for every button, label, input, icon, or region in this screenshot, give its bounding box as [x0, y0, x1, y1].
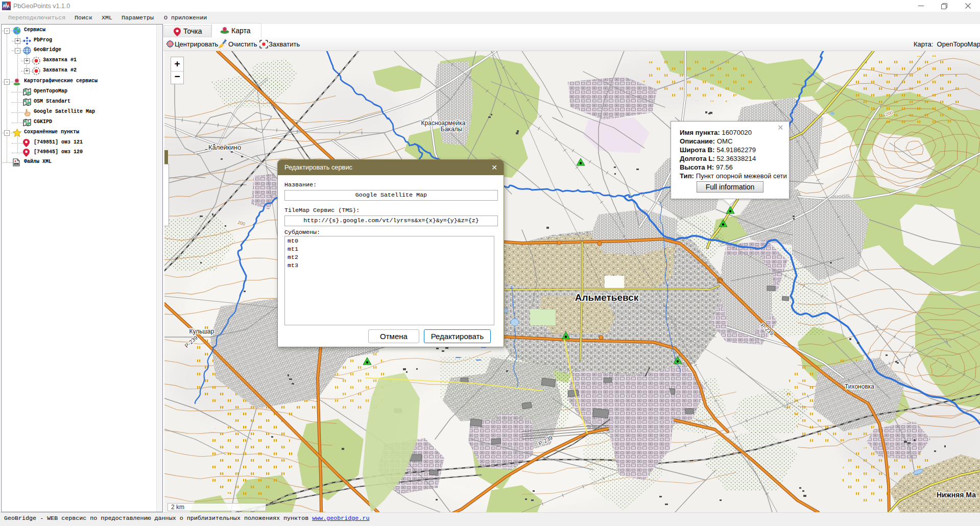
svg-text:Бакалы: Бакалы: [441, 126, 462, 133]
svg-text:Тихоновка: Тихоновка: [845, 383, 874, 390]
svg-text:Альметьевск: Альметьевск: [575, 292, 639, 303]
svg-text:Калейкино: Калейкино: [208, 144, 241, 151]
svg-text:XML: XML: [14, 163, 19, 165]
svg-text:Нижняя Ма: Нижняя Ма: [937, 491, 976, 499]
svg-text:Кульшар: Кульшар: [189, 328, 214, 335]
